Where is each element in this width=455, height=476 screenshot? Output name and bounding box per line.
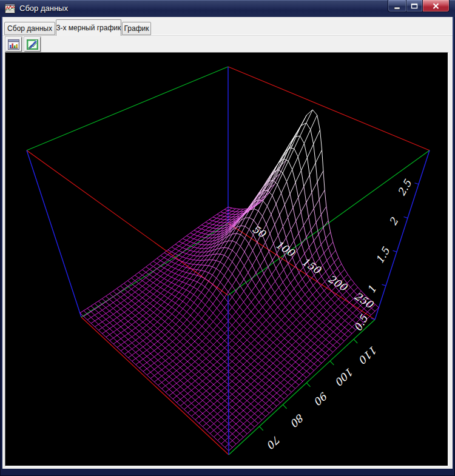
tab-label: 3-х мерный график xyxy=(56,24,121,32)
minimize-button[interactable] xyxy=(388,0,406,12)
tab-label: График xyxy=(124,24,149,33)
picture-pen-icon xyxy=(27,39,38,50)
window-title: Сбор данных xyxy=(19,4,68,13)
tab-3d-graph[interactable]: 3-х мерный график xyxy=(56,19,121,36)
maximize-button[interactable] xyxy=(406,0,423,12)
edit-graph-button[interactable] xyxy=(24,37,41,52)
close-button[interactable] xyxy=(423,0,450,12)
window-controls xyxy=(388,0,450,12)
maximize-icon xyxy=(411,2,418,10)
close-icon xyxy=(432,2,440,10)
svg-text:100: 100 xyxy=(333,365,356,388)
tab-data-collection[interactable]: Сбор данных xyxy=(4,22,55,35)
window-icon xyxy=(5,4,15,13)
surface-plot-canvas: 501001502002507080901001100.511.522.5 xyxy=(5,53,448,466)
svg-text:2.5: 2.5 xyxy=(395,177,414,198)
svg-text:80: 80 xyxy=(288,411,306,429)
svg-text:110: 110 xyxy=(357,343,380,366)
bar-chart-icon xyxy=(8,39,19,50)
svg-text:90: 90 xyxy=(312,389,330,407)
svg-text:70: 70 xyxy=(265,433,283,451)
title-bar[interactable]: Сбор данных xyxy=(0,0,455,17)
minimize-icon xyxy=(394,2,401,10)
svg-text:1: 1 xyxy=(365,284,379,295)
svg-text:1.5: 1.5 xyxy=(373,245,392,266)
svg-text:0.5: 0.5 xyxy=(351,312,370,333)
bar-chart-view-button[interactable] xyxy=(5,37,22,52)
app-window: Сбор данных Сбор данн xyxy=(0,0,455,476)
tab-label: Сбор данных xyxy=(7,24,52,33)
client-area: Сбор данных 3-х мерный график График xyxy=(2,17,453,469)
svg-text:2: 2 xyxy=(386,215,400,227)
plot-area: 501001502002507080901001100.511.522.5 xyxy=(5,52,448,466)
tab-graph[interactable]: График xyxy=(122,22,151,35)
